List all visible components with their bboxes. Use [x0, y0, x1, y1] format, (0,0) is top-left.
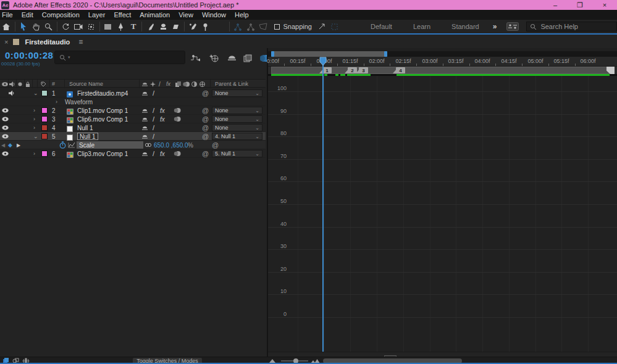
layer-name[interactable]: Clip3.mov Comp 1: [77, 149, 128, 158]
waveform-group-row[interactable]: › Waveform: [0, 97, 266, 106]
parent-link-column-header[interactable]: Parent & Link: [215, 80, 248, 88]
layer-color-swatch[interactable]: [41, 125, 48, 131]
parent-dropdown[interactable]: 4. Null 1⌄: [212, 133, 262, 140]
shy-icon[interactable]: [141, 89, 148, 97]
collapse-chevron-icon[interactable]: ⌄: [33, 89, 38, 97]
layer-name[interactable]: Null 1: [77, 123, 93, 132]
navigator-start-handle[interactable]: [271, 51, 274, 57]
shy-icon[interactable]: [141, 132, 148, 141]
table-row[interactable]: › 2 Clip1.mov Comp 1 / fx @ None⌄: [0, 106, 266, 115]
zoom-tool-icon[interactable]: [43, 20, 56, 33]
property-row-scale[interactable]: ◀ ◆ ▶ Scale 650.0 ,650.0 % @: [0, 141, 266, 149]
hand-tool-icon[interactable]: [30, 20, 43, 33]
pickwhip-icon[interactable]: @: [212, 141, 219, 149]
layer-color-swatch[interactable]: [41, 133, 48, 139]
include-in-graph-icon[interactable]: [68, 141, 75, 149]
parent-dropdown[interactable]: None⌄: [212, 124, 262, 131]
pickwhip-icon[interactable]: @: [202, 115, 209, 123]
timeline-zoom-slider[interactable]: [281, 360, 308, 362]
table-row[interactable]: › 3 Clip6.mov Comp 1 / fx @ None⌄: [0, 115, 266, 123]
workspace-overflow-chevron[interactable]: »: [493, 22, 497, 31]
selection-tool-icon[interactable]: [17, 20, 30, 33]
tab-composition-name[interactable]: Firsteditaudio: [25, 38, 70, 46]
pickwhip-icon[interactable]: @: [202, 106, 209, 115]
quality-switch[interactable]: /: [153, 115, 154, 123]
close-button[interactable]: ×: [592, 0, 617, 10]
workspace-settings-icon[interactable]: [506, 22, 519, 31]
help-search-field[interactable]: Search Help: [526, 22, 617, 31]
next-keyframe-icon[interactable]: ▶: [17, 141, 20, 149]
pickwhip-icon[interactable]: @: [202, 132, 209, 141]
property-value[interactable]: 650.0 ,650.0: [154, 141, 188, 149]
mini-flowchart-icon[interactable]: [188, 52, 202, 64]
timeline-search-field[interactable]: ▾: [54, 51, 185, 64]
puppet-pin-tool-icon[interactable]: [199, 20, 212, 33]
layer-name[interactable]: Clip6.mov Comp 1: [77, 115, 128, 123]
pan-behind-tool-icon[interactable]: [85, 20, 98, 33]
panel-menu-icon[interactable]: ≡: [78, 38, 83, 46]
shy-icon[interactable]: [141, 149, 148, 158]
shy-icon[interactable]: [141, 106, 148, 115]
layer-color-swatch[interactable]: [41, 151, 48, 157]
motion-blur-switch-icon[interactable]: [174, 149, 181, 158]
search-dropdown-icon[interactable]: ▾: [68, 55, 70, 60]
quality-switch[interactable]: /: [153, 123, 154, 132]
pickwhip-icon[interactable]: @: [202, 89, 209, 97]
collapse-chevron-icon[interactable]: ›: [33, 149, 35, 158]
type-tool-icon[interactable]: T: [127, 20, 140, 33]
shy-icon[interactable]: [141, 123, 148, 132]
collapse-chevron-icon[interactable]: ›: [33, 123, 35, 132]
brush-tool-icon[interactable]: [144, 20, 157, 33]
snap-arrow-icon[interactable]: [316, 20, 329, 33]
waveform-label[interactable]: Waveform: [65, 97, 93, 106]
menu-help[interactable]: Help: [230, 11, 253, 19]
keyframe-diamond-icon[interactable]: ◆: [8, 141, 12, 149]
zoom-out-timeline-icon[interactable]: [269, 358, 275, 363]
parent-dropdown[interactable]: None⌄: [212, 89, 262, 97]
rotate-tool-icon[interactable]: [59, 20, 72, 33]
previous-keyframe-icon[interactable]: ◀: [1, 141, 5, 149]
quality-switch[interactable]: /: [153, 89, 154, 97]
composition-marker[interactable]: 1: [322, 67, 332, 73]
draft-3d-icon[interactable]: [207, 52, 220, 64]
workspace-standard[interactable]: Standard: [451, 23, 479, 30]
menu-composition[interactable]: Composition: [38, 11, 84, 19]
snapping-control[interactable]: Snapping: [274, 23, 312, 30]
quality-switch[interactable]: /: [153, 106, 154, 115]
parent-dropdown[interactable]: 5. Null 1⌄: [212, 150, 262, 157]
shape-tool-icon[interactable]: [102, 20, 115, 33]
work-area-row[interactable]: 1 2 3 4: [268, 67, 617, 74]
menu-edit[interactable]: Edit: [17, 11, 38, 19]
visibility-eye-icon[interactable]: [2, 132, 9, 141]
layer-color-swatch[interactable]: [41, 90, 48, 96]
fx-switch[interactable]: fx: [160, 115, 165, 123]
menu-view[interactable]: View: [174, 11, 198, 19]
collapse-chevron-icon[interactable]: ›: [33, 106, 35, 115]
expand-chevron-icon[interactable]: ›: [56, 97, 57, 106]
parent-dropdown[interactable]: None⌄: [212, 107, 262, 114]
quality-switch[interactable]: /: [153, 149, 154, 158]
collapse-chevron-icon[interactable]: ⌄: [33, 132, 38, 141]
composition-marker[interactable]: 3: [359, 67, 368, 73]
fx-switch[interactable]: fx: [160, 149, 165, 158]
motion-blur-switch-icon[interactable]: [174, 106, 181, 115]
current-timecode[interactable]: 0:00:00:28: [5, 50, 53, 60]
shy-layers-icon[interactable]: [225, 52, 238, 64]
layer-name[interactable]: Clip1.mov Comp 1: [77, 106, 128, 115]
visibility-eye-icon[interactable]: [2, 149, 9, 158]
workspace-default[interactable]: Default: [371, 23, 392, 30]
table-row-selected[interactable]: ⌄ 5 Null 1 / @ 4. Null 1⌄: [0, 132, 266, 141]
visibility-eye-icon[interactable]: [2, 106, 9, 115]
playhead-handle[interactable]: [319, 57, 327, 66]
rotobrush-tool-icon[interactable]: [187, 20, 199, 33]
audio-on-icon[interactable]: [9, 89, 15, 97]
table-row[interactable]: › 4 Null 1 / @ None⌄: [0, 123, 266, 132]
pen-tool-icon[interactable]: [114, 20, 127, 33]
fx-switch[interactable]: fx: [160, 106, 165, 115]
menu-layer[interactable]: Layer: [84, 11, 110, 19]
layer-name[interactable]: Firsteditaudio.mp4: [77, 89, 128, 97]
clone-stamp-tool-icon[interactable]: [157, 20, 170, 33]
table-row[interactable]: ⌄ 1 Firsteditaudio.mp4 / @ None⌄: [0, 89, 266, 97]
menu-file[interactable]: File: [0, 11, 17, 19]
snap-bounds-icon[interactable]: [329, 20, 342, 33]
